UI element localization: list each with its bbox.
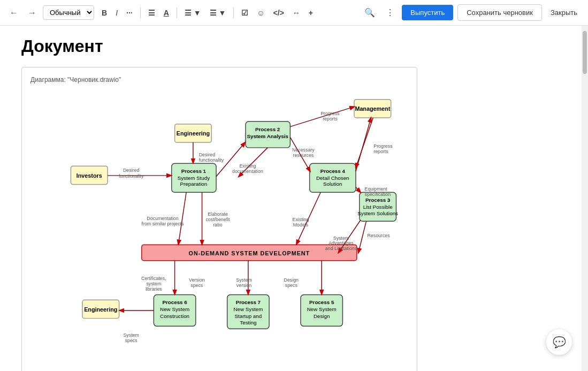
style-select[interactable]: Обычный	[43, 5, 94, 20]
svg-text:Preparation: Preparation	[180, 181, 208, 187]
link-button[interactable]: ↔	[289, 6, 303, 19]
svg-text:Construction: Construction	[160, 313, 189, 319]
svg-text:Existing: Existing	[239, 163, 256, 169]
svg-text:Design: Design	[284, 277, 299, 283]
svg-text:List Possible: List Possible	[363, 204, 393, 210]
toolbar-left: ← → Обычный	[6, 5, 94, 20]
svg-text:Advantages: Advantages	[329, 240, 354, 246]
svg-text:Resources: Resources	[368, 233, 391, 238]
svg-text:Process 5: Process 5	[309, 299, 334, 305]
diagram-container: Диаграмма: "Черновик.drawio" Management …	[21, 67, 417, 371]
svg-text:documentation: documentation	[232, 169, 263, 174]
svg-text:and Limitations: and Limitations	[325, 246, 357, 251]
svg-line-43	[178, 192, 186, 244]
svg-text:System Study: System Study	[178, 175, 210, 181]
toolbar-center: B I ··· ☰ A ☰ ▼ ☰ ▼ ☑ ☺ </> ↔ +	[98, 6, 357, 19]
svg-text:Detail Chosen: Detail Chosen	[316, 175, 349, 181]
svg-text:Models: Models	[293, 222, 309, 228]
svg-text:New System: New System	[160, 306, 189, 312]
svg-text:Design: Design	[314, 313, 330, 319]
svg-text:System: System	[236, 277, 251, 283]
more-options-button[interactable]: ⋮	[383, 5, 398, 20]
svg-text:Testing: Testing	[240, 320, 256, 325]
svg-text:Process 2: Process 2	[255, 126, 280, 132]
svg-text:cost/benefit: cost/benefit	[205, 217, 230, 222]
svg-text:New System: New System	[233, 306, 263, 312]
svg-text:system: system	[146, 281, 161, 286]
svg-text:New System: New System	[307, 306, 337, 312]
page-content: Документ Диаграмма: "Черновик.drawio" Ma…	[0, 26, 588, 371]
diagram-label: Диаграмма: "Черновик.drawio"	[30, 76, 408, 84]
svg-text:Necessary: Necessary	[292, 147, 315, 153]
svg-text:Process 3: Process 3	[365, 197, 391, 203]
svg-line-89	[356, 118, 373, 168]
more-button[interactable]: ···	[123, 6, 136, 19]
underline-button[interactable]: A	[161, 6, 172, 19]
svg-text:System Solutions: System Solutions	[357, 210, 398, 216]
toolbar: ← → Обычный B I ··· ☰ A ☰ ▼ ☰ ▼ ☑ ☺ </> …	[0, 0, 588, 26]
close-button[interactable]: Закрыть	[546, 5, 582, 20]
publish-button[interactable]: Выпустить	[402, 5, 453, 20]
svg-text:Certificates,: Certificates,	[141, 276, 166, 281]
chat-button[interactable]: 💬	[546, 329, 572, 355]
scrollbar[interactable]	[582, 26, 588, 371]
bold-button[interactable]: B	[98, 6, 110, 19]
svg-text:specs: specs	[125, 338, 138, 343]
svg-text:Engineering: Engineering	[84, 306, 117, 313]
scrollbar-thumb[interactable]	[583, 31, 587, 74]
svg-text:System: System	[123, 332, 139, 338]
svg-text:Solution: Solution	[323, 181, 342, 187]
svg-text:version: version	[236, 283, 252, 288]
svg-text:from similar projects: from similar projects	[142, 221, 184, 226]
svg-text:Progress: Progress	[320, 111, 340, 116]
svg-text:Desired: Desired	[123, 168, 139, 173]
align-button[interactable]: ☰	[145, 6, 158, 19]
svg-text:libraries: libraries	[146, 286, 162, 292]
page-title: Документ	[21, 36, 567, 56]
toolbar-right: 🔍 ⋮ Выпустить Сохранить черновик Закрыть	[361, 4, 582, 21]
chat-icon: 💬	[553, 336, 566, 349]
undo-button[interactable]: ←	[6, 6, 21, 20]
svg-text:Existing: Existing	[293, 217, 309, 222]
svg-text:System Analysis: System Analysis	[247, 133, 288, 139]
svg-text:Process 1: Process 1	[181, 168, 207, 174]
search-button[interactable]: 🔍	[361, 5, 378, 20]
divider1	[140, 7, 141, 18]
svg-text:Investors: Investors	[77, 172, 102, 179]
list-button[interactable]: ☰ ▼	[181, 6, 204, 19]
emoji-button[interactable]: ☺	[254, 6, 268, 19]
redo-button[interactable]: →	[25, 6, 40, 20]
save-draft-button[interactable]: Сохранить черновик	[457, 4, 542, 21]
svg-text:Desired: Desired	[199, 152, 215, 157]
engineering-top-label: Engineering	[177, 130, 210, 137]
svg-text:specs: specs	[285, 283, 298, 288]
svg-text:reports: reports	[373, 149, 388, 154]
svg-text:Documentation: Documentation	[147, 216, 178, 221]
italic-button[interactable]: I	[112, 6, 121, 19]
divider2	[177, 7, 177, 18]
svg-text:Version: Version	[189, 277, 204, 283]
svg-line-50	[290, 107, 354, 126]
divider3	[233, 7, 234, 18]
svg-text:Process 4: Process 4	[320, 168, 346, 174]
svg-line-65	[356, 187, 361, 192]
svg-text:Elaborate: Elaborate	[208, 211, 228, 217]
svg-text:functionality: functionality	[199, 157, 224, 163]
svg-text:ratio: ratio	[213, 222, 222, 228]
svg-text:Equipment: Equipment	[365, 186, 388, 192]
code-button[interactable]: </>	[270, 6, 287, 19]
diagram-svg: Management Engineering Process 2 System …	[30, 90, 405, 363]
svg-text:reports: reports	[323, 116, 338, 122]
svg-text:specs: specs	[190, 283, 203, 288]
svg-text:resources: resources	[293, 153, 314, 158]
svg-text:Process 7: Process 7	[236, 299, 261, 305]
svg-line-68	[358, 221, 366, 253]
add-button[interactable]: +	[306, 6, 316, 19]
management-label: Management	[355, 105, 390, 112]
svg-text:ON-DEMAND SYSTEM DEVELOPMENT: ON-DEMAND SYSTEM DEVELOPMENT	[189, 250, 310, 256]
svg-text:functionality: functionality	[119, 173, 144, 179]
check-button[interactable]: ☑	[238, 6, 251, 19]
svg-text:System: System	[333, 236, 349, 241]
numlist-button[interactable]: ☰ ▼	[207, 6, 230, 19]
svg-text:Process 6: Process 6	[162, 299, 187, 305]
